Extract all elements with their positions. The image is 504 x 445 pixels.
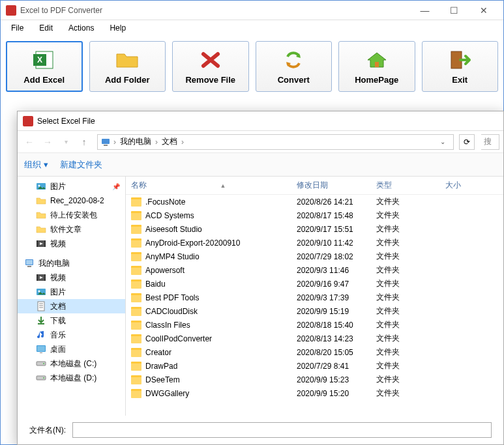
maximize-button[interactable]: ☐: [439, 1, 469, 20]
nav-sidebar: 图片📌Rec_2020-08-2待上传安装包软件文章视频我的电脑视频图片文档下载…: [18, 177, 126, 416]
sidebar-item-4[interactable]: 视频: [18, 237, 125, 251]
remove-file-button[interactable]: Remove File: [172, 41, 249, 92]
exit-button[interactable]: Exit: [422, 41, 499, 92]
crumb-docs[interactable]: 文档: [160, 135, 179, 149]
sidebar-item-13[interactable]: 本地磁盘 (C:): [18, 356, 125, 371]
file-name: Baidu: [145, 280, 166, 289]
address-bar[interactable]: › 我的电脑 › 文档 › ⌄: [97, 134, 454, 150]
search-box-stub[interactable]: 搜: [481, 134, 499, 150]
file-type: 文件夹: [376, 319, 445, 330]
col-type-header[interactable]: 类型: [376, 180, 445, 191]
file-name: CADCloudDisk: [145, 307, 198, 316]
svg-rect-3: [375, 62, 379, 67]
col-name-header[interactable]: 名称 ▲: [131, 180, 297, 191]
sidebar-item-11[interactable]: 音乐: [18, 328, 125, 342]
folder-icon: [131, 307, 141, 316]
svg-point-29: [43, 363, 44, 364]
svg-rect-27: [40, 352, 42, 353]
new-folder-button[interactable]: 新建文件夹: [60, 159, 102, 171]
home-icon: [364, 49, 389, 71]
sidebar-item-0[interactable]: 图片📌: [18, 179, 125, 194]
folder-icon: [131, 238, 141, 248]
folder-icon: [131, 225, 141, 234]
file-name: DWGGallery: [145, 389, 189, 398]
menu-file[interactable]: File: [3, 22, 31, 35]
sidebar-item-9[interactable]: 文档: [18, 299, 125, 313]
folder-icon: [115, 49, 140, 71]
nav-forward-button[interactable]: →: [40, 134, 55, 150]
file-row[interactable]: CoolIPodConverter2020/8/13 14:23文件夹: [126, 332, 503, 345]
file-row[interactable]: Creator2020/8/20 15:05文件夹: [126, 345, 503, 359]
file-type: 文件夹: [376, 278, 445, 289]
sidebar-item-2[interactable]: 待上传安装包: [18, 208, 125, 222]
minimize-button[interactable]: —: [410, 1, 439, 20]
filename-input[interactable]: [72, 422, 492, 438]
file-date: 2020/8/18 15:40: [297, 321, 376, 330]
window-title: Excel to PDF Converter: [20, 6, 410, 15]
menu-help[interactable]: Help: [102, 22, 134, 35]
folder-icon: [131, 266, 141, 275]
sidebar-item-6[interactable]: 我的电脑: [18, 256, 125, 270]
breadcrumb-sep: ›: [113, 137, 116, 147]
sidebar-item-12[interactable]: 桌面: [18, 342, 125, 356]
sidebar-item-10[interactable]: 下载: [18, 313, 125, 328]
add-excel-button[interactable]: X Add Excel: [6, 41, 83, 92]
file-row[interactable]: ClassIn Files2020/8/18 15:40文件夹: [126, 318, 503, 332]
file-type: 文件夹: [376, 388, 445, 399]
file-type: 文件夹: [376, 333, 445, 344]
crumb-pc[interactable]: 我的电脑: [119, 135, 153, 149]
exit-label: Exit: [452, 75, 467, 85]
file-row[interactable]: DrawPad2020/7/29 8:41文件夹: [126, 359, 503, 373]
file-date: 2020/9/3 17:39: [297, 293, 376, 302]
sidebar-item-14[interactable]: 本地磁盘 (D:): [18, 371, 125, 385]
col-size-header[interactable]: 大小: [445, 180, 503, 191]
file-row[interactable]: DSeeTem2020/9/9 15:23文件夹: [126, 373, 503, 386]
svg-rect-11: [44, 240, 46, 247]
folder-icon: [131, 211, 141, 220]
file-name: ACD Systems: [145, 211, 194, 220]
menu-actions[interactable]: Actions: [61, 22, 102, 35]
file-row[interactable]: Best PDF Tools2020/9/3 17:39文件夹: [126, 291, 503, 304]
file-name: DSeeTem: [145, 375, 180, 384]
address-dropdown[interactable]: ⌄: [435, 134, 451, 150]
file-row[interactable]: Baidu2020/9/16 9:47文件夹: [126, 277, 503, 291]
close-button[interactable]: ✕: [469, 1, 498, 20]
file-row[interactable]: Aiseesoft Studio2020/9/17 15:51文件夹: [126, 222, 503, 236]
refresh-button[interactable]: ⟳: [459, 134, 475, 150]
file-date: 2020/9/10 11:42: [297, 238, 376, 248]
file-row[interactable]: AnyMP4 Studio2020/7/29 18:02文件夹: [126, 250, 503, 263]
documents-icon: [36, 301, 46, 311]
sidebar-item-7[interactable]: 视频: [18, 270, 125, 285]
file-type: 文件夹: [376, 237, 445, 248]
file-row[interactable]: ACD Systems2020/8/17 15:48文件夹: [126, 208, 503, 222]
folder-icon: [131, 197, 141, 207]
excel-icon: X: [32, 49, 57, 71]
file-row[interactable]: DWGGallery2020/9/9 15:20文件夹: [126, 386, 503, 400]
menu-edit[interactable]: Edit: [31, 22, 61, 35]
sidebar-item-3[interactable]: 软件文章: [18, 222, 125, 237]
col-date-header[interactable]: 修改日期: [297, 180, 376, 191]
convert-button[interactable]: Convert: [256, 41, 333, 92]
file-row[interactable]: .FocusNote2020/8/26 14:21文件夹: [126, 195, 503, 208]
file-row[interactable]: Apowersoft2020/9/3 11:46文件夹: [126, 263, 503, 277]
desktop-icon: [36, 344, 46, 354]
file-row[interactable]: AnyDroid-Export-202009102020/9/10 11:42文…: [126, 236, 503, 250]
file-name: .FocusNote: [145, 197, 185, 207]
sidebar-item-label: 本地磁盘 (C:): [50, 358, 96, 369]
organize-menu[interactable]: 组织 ▾: [24, 159, 48, 171]
nav-back-button[interactable]: ←: [22, 134, 37, 150]
homepage-button[interactable]: HomePage: [338, 41, 415, 92]
pc-path-icon: [100, 137, 111, 147]
add-folder-button[interactable]: Add Folder: [89, 41, 166, 92]
sidebar-item-1[interactable]: Rec_2020-08-2: [18, 194, 125, 208]
app-icon: [6, 5, 16, 16]
nav-up-button[interactable]: ↑: [76, 134, 92, 150]
sidebar-item-8[interactable]: 图片: [18, 285, 125, 299]
convert-icon: [281, 49, 306, 71]
folder-icon: [131, 334, 141, 343]
sidebar-item-label: 下载: [50, 315, 66, 326]
file-row[interactable]: CADCloudDisk2020/9/9 15:19文件夹: [126, 304, 503, 318]
nav-recent-button[interactable]: ▾: [58, 134, 74, 150]
file-name: Aiseesoft Studio: [145, 225, 202, 234]
svg-rect-26: [37, 346, 45, 351]
